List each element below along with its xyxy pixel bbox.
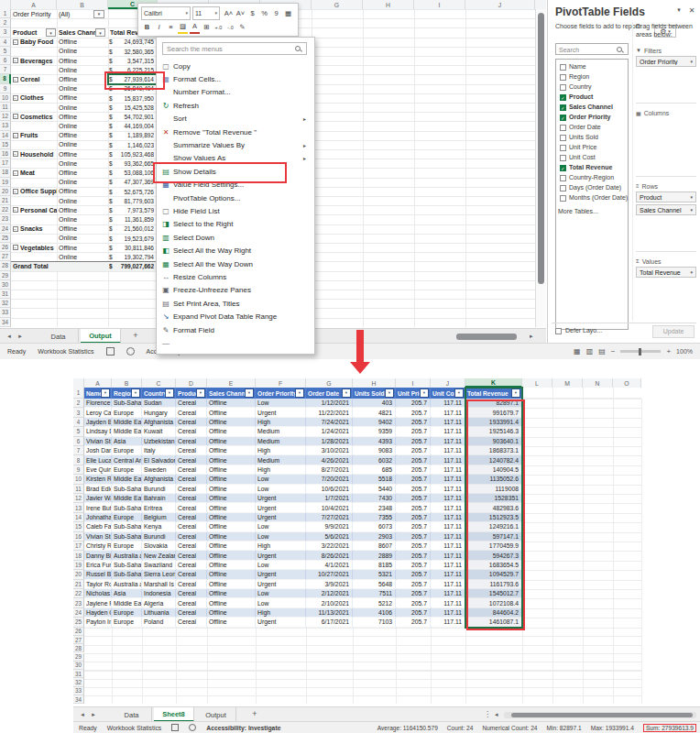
row-header-22[interactable]: 22 [0, 205, 11, 214]
pivot-channel-cell[interactable]: Offline [59, 38, 104, 47]
row-header-34[interactable]: 34 [0, 318, 11, 327]
row-header-12[interactable]: 12 [73, 494, 84, 503]
cell-country[interactable]: Marshall Is [142, 580, 176, 588]
cell-order-priority[interactable]: Urgent [256, 494, 306, 502]
menu-search-box[interactable]: Search the menus [162, 42, 307, 55]
field-item-label[interactable]: Unit Price [569, 144, 628, 152]
pivot-expand-button[interactable]: − [13, 245, 18, 250]
cell-sales-channel[interactable]: Offline [207, 408, 256, 416]
row-header-25[interactable]: 25 [73, 618, 84, 627]
field-item-label[interactable]: Country-Region [569, 174, 628, 182]
dots-icon[interactable]: ⋮ [484, 710, 491, 719]
filter-button[interactable]: ▾ [420, 388, 429, 398]
cell-order-priority[interactable]: Medium [256, 427, 306, 435]
menu-item-hide-field-list[interactable]: ▢Hide Field List [159, 204, 311, 217]
row-header-19[interactable]: 19 [73, 561, 84, 570]
cell-unit-price[interactable]: 205.7 [396, 475, 431, 483]
pivot-revenue-cell[interactable]: 81,779,603 [115, 198, 154, 206]
cell-order-priority[interactable]: Low [256, 598, 306, 607]
cell-region[interactable]: Europe [112, 513, 142, 521]
cell-order-date[interactable]: 6/17/2021 [306, 618, 353, 626]
menu-item-number-format[interactable]: Number Format... [159, 86, 311, 99]
row-header-24[interactable]: 24 [0, 224, 11, 234]
cell-country[interactable]: Burundi [142, 485, 176, 493]
cell-sales-channel[interactable]: Offline [207, 465, 256, 474]
cell-order-priority[interactable]: Urgent [256, 580, 306, 588]
row-header-15[interactable]: 15 [73, 522, 84, 531]
pivot-expand-button[interactable]: − [13, 170, 18, 176]
cell-sales-channel[interactable]: Offline [207, 513, 256, 521]
cell-unit-cost[interactable]: 117.11 [431, 475, 465, 483]
cell-order-priority[interactable]: Low [256, 589, 306, 597]
menu-item-sort[interactable]: Sort▸ [159, 113, 311, 126]
workbook-statistics-button[interactable]: Workbook Statistics [38, 348, 93, 355]
header-cell-product[interactable]: Product▾ [176, 388, 207, 399]
row-header-6[interactable]: 6 [0, 56, 11, 65]
pivot-product-cell[interactable]: Meat [20, 170, 57, 178]
values-area-chip[interactable]: Total Revenue▾ [636, 267, 696, 278]
menu-item-freeze-unfreeze-panes[interactable]: ▣Freeze-Unfreeze Panes [159, 284, 311, 297]
pivot-product-cell[interactable]: Cereal [20, 76, 57, 84]
row-header-25[interactable]: 25 [0, 234, 11, 243]
cell-name[interactable]: Caleb Farr [84, 522, 112, 531]
field-item-label[interactable]: Units Sold [569, 134, 628, 142]
pivot-channel-cell[interactable]: Offline [59, 245, 104, 253]
cell-unit-price[interactable]: 205.7 [396, 618, 431, 626]
row-header-4[interactable]: 4 [73, 418, 84, 427]
column-header-F[interactable]: F [256, 378, 306, 388]
row-header-29[interactable]: 29 [73, 653, 84, 662]
field-checkbox-unit-price[interactable] [560, 145, 566, 151]
cell-country[interactable]: Sudan [142, 399, 176, 407]
cell-country[interactable]: Indonesia [142, 589, 176, 597]
cell-name[interactable]: Hayden Gi [84, 608, 112, 617]
pivot-expand-button[interactable]: − [13, 58, 18, 63]
pivot-revenue-cell[interactable]: 3,547,315 [115, 58, 154, 66]
cell-unit-cost[interactable]: 117.11 [431, 503, 465, 511]
row-header-16[interactable]: 16 [73, 532, 84, 542]
cell-order-date[interactable]: 8/26/2021 [306, 551, 353, 559]
cell-name[interactable]: Vivian Ste [84, 532, 112, 541]
cell-product[interactable]: Cereal [176, 551, 207, 559]
row-header-14[interactable]: 14 [73, 513, 84, 522]
pivot-channel-cell[interactable]: Offline [59, 114, 104, 122]
pivot-expand-button[interactable]: − [13, 39, 18, 45]
cell-sales-channel[interactable]: Offline [207, 522, 256, 531]
horizontal-scrollbar-track[interactable] [504, 712, 696, 718]
cell-units-sold[interactable]: 9359 [353, 427, 396, 435]
cell-unit-price[interactable]: 205.7 [396, 551, 431, 559]
menu-item-summarize-values-by[interactable]: Summarize Values By▸ [159, 138, 311, 151]
column-header-D[interactable]: D [176, 378, 207, 388]
cell-units-sold[interactable]: 7430 [353, 494, 396, 502]
cell-product[interactable]: Cereal [176, 465, 207, 474]
cell-name[interactable]: Irene Butl [84, 503, 112, 511]
cell-unit-cost[interactable]: 117.11 [431, 608, 465, 617]
pivot-revenue-cell[interactable]: 11,361,859 [115, 216, 154, 224]
update-button[interactable]: Update [652, 325, 695, 338]
cell-unit-cost[interactable]: 117.11 [431, 532, 465, 541]
cell-sales-channel[interactable]: Offline [207, 437, 256, 445]
cell-country[interactable]: Poland [142, 618, 176, 626]
pivot-channel-cell[interactable]: Offline [59, 132, 104, 140]
pivot-channel-cell[interactable]: Online [59, 179, 104, 187]
pivot-channel-cell[interactable]: Online [59, 67, 104, 75]
field-checkbox-sales-channel[interactable]: ✓ [560, 104, 566, 111]
menu-item-partial[interactable]: — [159, 336, 311, 349]
cell-region[interactable]: Middle Ea [112, 598, 142, 607]
cell-name[interactable]: Lindsay Dr [84, 427, 112, 435]
cell-order-date[interactable]: 7/27/2021 [306, 513, 353, 521]
menu-item-refresh[interactable]: ↻Refresh [159, 99, 311, 112]
pivot-revenue-cell[interactable]: 26,849,404 [115, 85, 154, 93]
field-checkbox-country[interactable] [560, 84, 566, 91]
prev-sheet-icon[interactable]: ◂ [5, 333, 14, 341]
tabbar-hscroll-arrow[interactable]: ▸ [530, 333, 539, 341]
filter-button[interactable]: ▾ [385, 388, 394, 398]
cell-product[interactable]: Cereal [176, 618, 207, 626]
pivot-channel-cell[interactable]: Online [59, 123, 104, 131]
cell-order-priority[interactable]: Urgent [256, 551, 306, 559]
cell-sales-channel[interactable]: Offline [207, 532, 256, 541]
cell-units-sold[interactable]: 5648 [353, 580, 396, 588]
field-checkbox-units-sold[interactable] [560, 135, 566, 141]
row-header-9[interactable]: 9 [73, 465, 84, 475]
cell-country[interactable]: El Salvador [142, 455, 176, 464]
filter-button[interactable]: ▾ [245, 388, 254, 398]
